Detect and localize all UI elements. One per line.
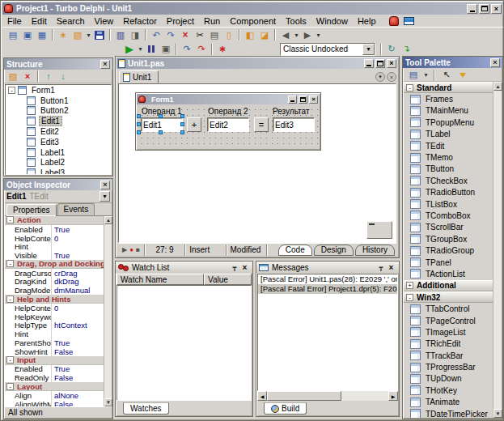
category-expand-icon[interactable]: - [6, 383, 14, 390]
structure-caption[interactable]: Structure × [4, 58, 112, 70]
open-project-button[interactable]: ▦ [35, 29, 49, 41]
property-value[interactable]: 0 [52, 234, 58, 243]
delete-item-button[interactable]: × [20, 70, 35, 83]
paste-button[interactable]: ▯ [222, 29, 236, 41]
category-expand-icon[interactable]: - [406, 84, 413, 91]
edit3-control[interactable]: Edit3 [273, 117, 315, 132]
category-expand-icon[interactable]: - [406, 294, 413, 301]
tab-design[interactable]: Design [314, 245, 354, 256]
tool-palette-row[interactable]: TRadioButton [404, 187, 493, 198]
save-button[interactable] [92, 29, 107, 41]
property-row[interactable]: ParentShow True [5, 338, 112, 347]
watch-caption[interactable]: Watch List ┳ × [116, 262, 252, 273]
back-dropdown-icon[interactable]: ▾ [293, 29, 300, 41]
structure-tree-item[interactable]: Label1 [6, 147, 111, 158]
structure-tree-item[interactable]: Label3 [6, 168, 111, 175]
cut-button[interactable]: ✂ [193, 29, 207, 41]
property-row[interactable]: Visible True [5, 251, 112, 260]
new-file-button[interactable]: ∗ [56, 29, 70, 41]
messages-close-button[interactable]: × [386, 263, 396, 272]
watch-list-body[interactable] [116, 285, 252, 401]
property-value[interactable]: dmManual [52, 286, 90, 295]
menu-item[interactable]: Edit [27, 16, 52, 26]
combo-dropdown-icon[interactable]: ▾ [362, 44, 375, 55]
menu-item[interactable]: Refactor [118, 16, 162, 26]
property-row[interactable]: HelpType htContext [5, 321, 112, 330]
property-row[interactable]: Enabled True [5, 365, 112, 374]
menu-item[interactable]: Window [311, 16, 353, 26]
inspector-caption[interactable]: Object Inspector × [4, 179, 112, 190]
open-button[interactable]: ▣ [20, 29, 35, 41]
close-button[interactable]: × [491, 4, 502, 14]
menu-item[interactable]: Help [353, 16, 381, 26]
tool-palette-row[interactable]: Frames [404, 93, 493, 104]
equals-button-control[interactable]: = [254, 117, 269, 132]
structure-tree-item[interactable]: Edit1 [6, 116, 111, 126]
label-operand2[interactable]: Операнд 2 [208, 107, 248, 116]
messages-hscrollbar[interactable]: ◀ ▶ [257, 391, 398, 401]
tree-expand-icon[interactable]: - [8, 87, 15, 94]
property-row[interactable]: Hint [5, 330, 112, 338]
macro-play-icon[interactable]: ▶ [122, 246, 127, 253]
property-value[interactable]: alNone [52, 391, 78, 400]
selection-handle[interactable] [137, 122, 141, 126]
menu-item[interactable]: Project [162, 16, 199, 26]
property-value[interactable]: True [52, 338, 70, 347]
tool-palette-row[interactable]: TGroupBox [404, 233, 493, 245]
selection-handle[interactable] [180, 122, 184, 126]
tool-palette-row[interactable]: TScrollBar [404, 222, 493, 233]
message-line[interactable]: [Pascal Error] Unit1.pas(28): E2029 ',' … [258, 274, 397, 284]
editor-titlebar[interactable]: Unit1.pas × [116, 57, 398, 69]
macro-record-icon[interactable]: ● [129, 246, 133, 253]
macro-stop-icon[interactable]: ■ [136, 246, 140, 253]
run-dropdown-icon[interactable]: ▾ [137, 43, 144, 55]
property-row[interactable]: - Input [5, 356, 112, 365]
scroll-right-icon[interactable]: ▶ [388, 391, 398, 401]
add-to-project-button[interactable]: ◪ [257, 29, 272, 41]
property-value[interactable]: True [52, 365, 70, 374]
tool-palette-row[interactable]: TButton [404, 164, 493, 175]
palette-view-button[interactable]: ▤ [406, 69, 421, 81]
category-expand-icon[interactable]: + [406, 282, 413, 289]
tool-palette-row[interactable]: TMainMenu [404, 105, 493, 117]
set-debug-desktop-button[interactable]: ↴ [399, 43, 413, 55]
scroll-down-icon[interactable]: ▼ [493, 409, 502, 418]
property-value[interactable]: False [52, 373, 73, 382]
messages-caption[interactable]: Messages ┳ × [256, 262, 399, 273]
tool-palette-row[interactable]: TUpDown [404, 373, 493, 385]
property-value[interactable]: False [52, 347, 73, 356]
palette-caption[interactable]: Tool Palette × [403, 57, 502, 68]
menu-item[interactable]: File [2, 16, 27, 26]
property-row[interactable]: HelpContext 0 [5, 234, 112, 243]
scroll-up-icon[interactable]: ▲ [493, 82, 502, 91]
selection-handle[interactable] [159, 130, 163, 134]
attach-process-button[interactable]: ∗ [215, 43, 230, 55]
close-file-button[interactable]: ◨ [128, 29, 142, 41]
editor-close-button[interactable]: × [387, 59, 396, 68]
tool-palette-row[interactable]: TTrackBar [404, 350, 493, 361]
forward-button[interactable]: ▶ [300, 29, 315, 41]
property-row[interactable]: HelpKeywor [5, 313, 112, 321]
selection-handle[interactable] [137, 130, 141, 134]
tool-palette-row[interactable]: TMemo [404, 151, 493, 163]
menu-item[interactable]: Component [225, 16, 281, 26]
editor-minimize-button[interactable] [364, 59, 374, 68]
save-desktop-button[interactable]: ↻ [384, 43, 399, 55]
tab-properties[interactable]: Properties [6, 204, 57, 216]
pause-button[interactable] [144, 43, 159, 55]
palette-view-dropdown-icon[interactable]: ▾ [422, 69, 430, 81]
property-value[interactable]: False [52, 400, 73, 406]
inspector-close-button[interactable]: × [100, 181, 110, 189]
form-designer-window[interactable]: Form1 × Операнд 1 Операнд 2 Результат Ed… [135, 92, 321, 151]
plus-button-control[interactable]: + [187, 117, 201, 132]
back-button[interactable]: ◀ [278, 29, 293, 41]
scroll-left-icon[interactable]: ◀ [257, 391, 267, 401]
maximize-button[interactable] [479, 4, 489, 14]
selection-handle[interactable] [159, 114, 163, 118]
install-packages-button[interactable]: ◧ [243, 29, 257, 41]
delphi-mascot-icon[interactable] [389, 16, 399, 26]
tab-code[interactable]: Code [278, 245, 312, 256]
label-result[interactable]: Результат [273, 107, 309, 116]
form-minimize-button[interactable] [288, 96, 297, 104]
selection-handle[interactable] [180, 130, 184, 134]
